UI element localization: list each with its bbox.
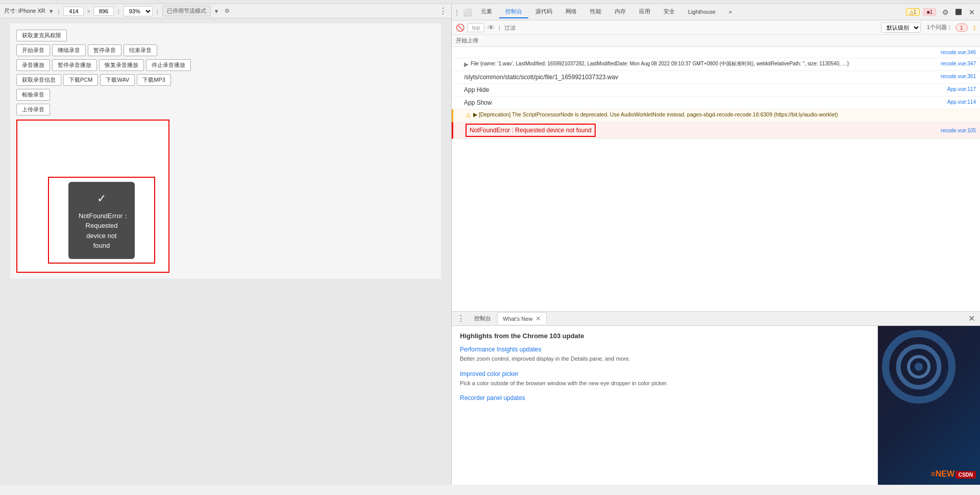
bottom-tabs-bar: ⋮ 控制台 What's New ✕ ✕ <box>452 312 980 326</box>
btn-mp3[interactable]: 下载MP3 <box>137 74 171 86</box>
throttle-dropdown-icon[interactable]: ▼ <box>214 8 219 14</box>
decorative-graphic <box>878 326 980 428</box>
console-msg-deprecation[interactable]: ⚠ ▶ [Deprecation] The ScriptProcessorNod… <box>452 109 980 122</box>
expand-arrow-icon[interactable]: ▶ <box>464 60 469 69</box>
msg-notfound-link[interactable]: recode.vue:105 <box>941 127 976 134</box>
console-filter-bar: 🚫 top 👁 | 默认级别 1个问题： 1 1 <box>452 20 980 35</box>
zoom-select[interactable]: 93% <box>124 6 153 16</box>
btn-wav[interactable]: 下载WAV <box>100 74 135 86</box>
settings-icon[interactable]: ⚙ <box>225 8 230 14</box>
console-section-start-upload: 开始上传 <box>452 35 980 47</box>
red-outer-box: ✓ NotFoundError： Requested device not fo… <box>16 120 169 273</box>
update-item-color-picker: Improved color picker Pick a color outsi… <box>460 370 869 388</box>
error-badge: ■1 <box>923 8 936 16</box>
msg-file-text: File {name: '1.wav', LastModified: 16599… <box>471 60 935 67</box>
msg-notfound-text: NotFoundError : Requested device not fou… <box>465 124 935 137</box>
more-icon-left[interactable]: ⋮ <box>439 6 447 16</box>
warning-icon: ⚠ <box>465 111 471 120</box>
btn-row-2: 开始录音 继续录音 暂停录音 结束录音 <box>16 44 435 56</box>
btn-pause[interactable]: 暂停录音 <box>88 44 121 56</box>
tab-more[interactable]: » <box>723 7 738 18</box>
btn-stop-play[interactable]: 停止录音播放 <box>146 59 191 71</box>
btn-continue[interactable]: 继续录音 <box>52 44 86 56</box>
tab-memory[interactable]: 内存 <box>608 6 632 18</box>
msg-app-hide-text: App Hide <box>464 85 941 95</box>
devtools-inspect-icon[interactable]: ⬜ <box>463 8 472 16</box>
device-controls-bar: 尺寸: iPhone XR ▼ | × | 93% | 已停用节流模式 ▼ ⚙ … <box>0 4 451 18</box>
top-frame-selector[interactable]: top <box>468 23 484 32</box>
issue-warning-badge: 1 <box>973 25 976 31</box>
btn-permissions[interactable]: 获取麦克风权限 <box>16 30 67 41</box>
devtools-settings-icon[interactable]: ⚙ <box>939 6 951 18</box>
console-filter-input[interactable] <box>504 25 877 31</box>
msg-app-hide-link[interactable]: App.vue:117 <box>947 85 976 93</box>
msg-deprecation-text: ▶ [Deprecation] The ScriptProcessorNode … <box>473 111 976 119</box>
whats-new-image: CSDN ≡NEW <box>878 326 980 485</box>
tab-console-bottom[interactable]: 控制台 <box>469 313 496 324</box>
btn-info[interactable]: 获取录音信息 <box>16 74 61 86</box>
console-msg-notfound[interactable]: NotFoundError : Requested device not fou… <box>452 122 980 139</box>
console-msg-file[interactable]: ▶ File {name: '1.wav', LastModified: 165… <box>452 58 980 71</box>
bottom-panel: ⋮ 控制台 What's New ✕ ✕ Highlights from the… <box>452 311 980 485</box>
btn-start[interactable]: 开始录音 <box>16 44 50 56</box>
width-input[interactable] <box>63 7 84 16</box>
whats-new-tab-label: What's New <box>503 316 532 322</box>
eye-icon[interactable]: 👁 <box>487 23 495 32</box>
tab-lighthouse[interactable]: Lighthouse <box>682 7 722 18</box>
clear-console-icon[interactable]: 🚫 <box>456 23 464 32</box>
app-content-area: 获取麦克风权限 开始录音 继续录音 暂停录音 结束录音 录音播放 暂停录音播放 … <box>10 23 441 279</box>
msg-file-link[interactable]: recode.vue:347 <box>941 60 976 67</box>
btn-pcm[interactable]: 下载PCM <box>63 74 98 86</box>
btn-row-3: 录音播放 暂停录音播放 恢复录音播放 停止录音播放 <box>16 59 435 71</box>
console-msg-path[interactable]: /slyts/common/static/scott/pic/file/1_16… <box>452 71 980 84</box>
console-msg-346[interactable]: recode.vue:346 <box>452 47 980 58</box>
msg-346-link[interactable]: recode.vue:346 <box>941 49 976 56</box>
whats-new-right-visual: CSDN ≡NEW <box>878 326 980 485</box>
tab-network[interactable]: 网络 <box>559 6 583 18</box>
red-inner-box: ✓ NotFoundError： Requested device not fo… <box>48 177 155 264</box>
btn-check[interactable]: 检验录音 <box>16 89 50 101</box>
height-input[interactable] <box>93 7 114 16</box>
issue-error-badge: 1 <box>955 23 968 32</box>
left-panel: 尺寸: iPhone XR ▼ | × | 93% | 已停用节流模式 ▼ ⚙ … <box>0 4 452 485</box>
console-msg-app-show[interactable]: App Show App.vue:114 <box>452 97 980 109</box>
whats-new-left: Highlights from the Chrome 103 update Pe… <box>452 326 878 485</box>
device-dropdown-icon[interactable]: ▼ <box>48 8 54 14</box>
color-picker-update-desc: Pick a color outside of the browser wind… <box>460 379 869 388</box>
devtools-dots-icon[interactable]: ⋮ <box>454 9 460 16</box>
whats-new-content: Highlights from the Chrome 103 update Pe… <box>452 326 980 485</box>
msg-app-show-link[interactable]: App.vue:114 <box>947 98 976 106</box>
performance-update-title[interactable]: Performance Insights updates <box>460 346 869 353</box>
btn-resume-play[interactable]: 恢复录音播放 <box>99 59 144 71</box>
tab-whats-new[interactable]: What's New ✕ <box>497 312 547 324</box>
tab-application[interactable]: 应用 <box>633 6 656 18</box>
throttle-mode-badge[interactable]: 已停用节流模式 <box>162 6 211 16</box>
recorder-update-title[interactable]: Recorder panel updates <box>460 394 869 402</box>
error-toast: ✓ NotFoundError： Requested device not fo… <box>68 182 135 259</box>
msg-path-link[interactable]: recode.vue:361 <box>941 73 976 80</box>
tab-sources[interactable]: 源代码 <box>529 6 558 18</box>
btn-upload[interactable]: 上传录音 <box>16 104 50 115</box>
tab-elements[interactable]: 元素 <box>475 6 498 18</box>
msg-path-text: /slyts/common/static/scott/pic/file/1_16… <box>464 73 935 82</box>
btn-pause-play[interactable]: 暂停录音播放 <box>52 59 97 71</box>
error-highlight-box: NotFoundError : Requested device not fou… <box>465 124 596 137</box>
console-msg-app-hide[interactable]: App Hide App.vue:117 <box>452 84 980 97</box>
tab-security[interactable]: 安全 <box>657 6 681 18</box>
devtools-close-icon[interactable]: ✕ <box>966 6 978 18</box>
warning-badge: △1 <box>906 8 920 16</box>
btn-play[interactable]: 录音播放 <box>16 59 50 71</box>
log-level-select[interactable]: 默认级别 <box>881 22 921 33</box>
devtools-dock-icon[interactable]: ⬛ <box>952 6 965 18</box>
browser-tabs-bar <box>0 0 980 4</box>
tab-performance[interactable]: 性能 <box>584 6 607 18</box>
issue-count-label: 1个问题： <box>927 23 952 31</box>
bottom-dots-icon[interactable]: ⋮ <box>454 313 468 324</box>
update-item-performance: Performance Insights updates Better zoom… <box>460 346 869 363</box>
bottom-panel-close-icon[interactable]: ✕ <box>965 313 978 324</box>
tab-console[interactable]: 控制台 <box>499 6 528 18</box>
whats-new-tab-close-icon[interactable]: ✕ <box>535 315 541 322</box>
btn-row-4: 获取录音信息 下载PCM 下载WAV 下载MP3 <box>16 74 435 86</box>
btn-end[interactable]: 结束录音 <box>124 44 157 56</box>
color-picker-update-title[interactable]: Improved color picker <box>460 370 869 378</box>
